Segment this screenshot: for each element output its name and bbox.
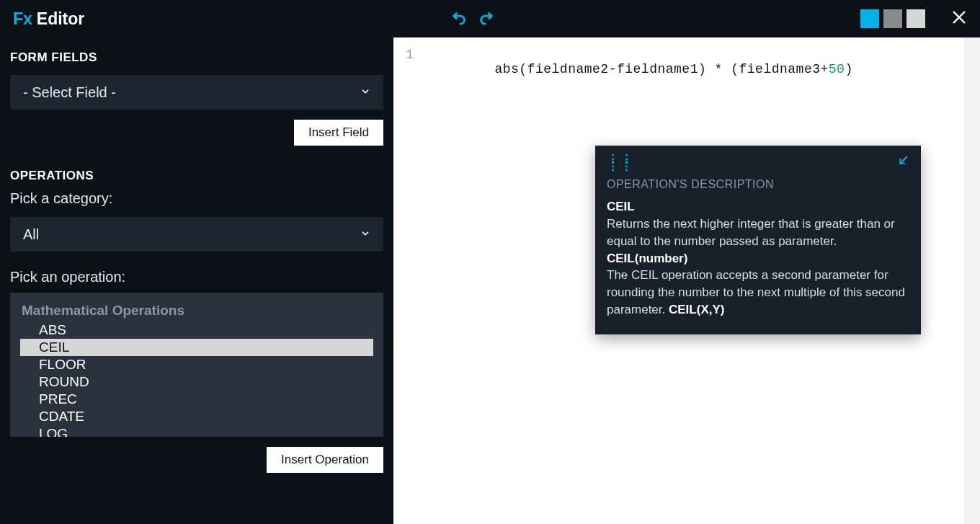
- app-title: Fx Editor: [13, 9, 84, 29]
- history-controls: [452, 9, 494, 28]
- undo-icon[interactable]: [452, 9, 468, 28]
- form-fields-label: FORM FIELDS: [10, 50, 383, 65]
- sidebar: FORM FIELDS - Select Field - Insert Fiel…: [0, 37, 393, 524]
- code-number: 50: [829, 62, 845, 76]
- body: FORM FIELDS - Select Field - Insert Fiel…: [0, 37, 980, 524]
- titlebar: Fx Editor: [0, 0, 980, 37]
- fx-logo: Fx: [13, 9, 32, 29]
- form-field-select-value: - Select Field -: [23, 84, 116, 101]
- form-field-select[interactable]: - Select Field -: [10, 75, 383, 110]
- line-number: 1: [393, 48, 414, 62]
- operations-label: OPERATIONS: [10, 169, 383, 183]
- code-text: abs(fieldname2-fieldname1) * (fieldname3…: [494, 62, 828, 76]
- insert-field-button[interactable]: Insert Field: [294, 120, 383, 146]
- title-text: Editor: [37, 9, 84, 29]
- operation-item[interactable]: CEIL: [20, 339, 373, 356]
- operation-description-panel[interactable]: ⋮⋮⋮⋮ OPERATION'S DESCRIPTION CEIL Return…: [595, 146, 921, 334]
- gutter: 1: [393, 37, 429, 524]
- theme-swatch-2[interactable]: [883, 9, 902, 28]
- operation-item[interactable]: FLOOR: [10, 356, 383, 373]
- svg-line-2: [900, 157, 906, 164]
- operation-item[interactable]: ABS: [10, 321, 383, 339]
- redo-icon[interactable]: [478, 9, 494, 28]
- operation-item[interactable]: LOG: [10, 425, 383, 437]
- insert-operation-button[interactable]: Insert Operation: [267, 447, 383, 473]
- operation-item[interactable]: PREC: [10, 391, 383, 408]
- operation-category-header: Mathematical Operations: [10, 300, 383, 321]
- editor-scrollbar[interactable]: [964, 37, 980, 524]
- pick-operation-label: Pick an operation:: [10, 269, 383, 285]
- code-editor[interactable]: 1 abs(fieldname2-fieldname1) * (fieldnam…: [393, 37, 980, 524]
- op-name: CEIL: [607, 200, 635, 213]
- chevron-down-icon: [360, 86, 370, 99]
- pick-category-label: Pick a category:: [10, 190, 383, 207]
- operation-item[interactable]: CDATE: [10, 408, 383, 425]
- description-header: OPERATION'S DESCRIPTION: [607, 177, 909, 192]
- op-text-2a: The CEIL operation accepts a second para…: [607, 268, 905, 316]
- description-body: CEIL Returns the next higher integer tha…: [607, 198, 909, 319]
- operation-list[interactable]: Mathematical Operations ABSCEILFLOORROUN…: [10, 293, 383, 437]
- app-root: Fx Editor FORM FIELDS - Select Field -: [0, 0, 980, 524]
- drag-handle-icon[interactable]: ⋮⋮⋮⋮: [607, 156, 634, 170]
- operation-item[interactable]: ROUND: [10, 373, 383, 391]
- theme-swatch-1[interactable]: [860, 9, 879, 28]
- op-signature: CEIL(number): [607, 252, 687, 265]
- theme-swatch-3[interactable]: [906, 9, 925, 28]
- op-text-1: Returns the next higher integer that is …: [607, 217, 895, 248]
- category-select-value: All: [23, 226, 39, 243]
- chevron-down-icon: [360, 228, 370, 241]
- collapse-icon[interactable]: [896, 154, 909, 172]
- titlebar-right: [860, 9, 967, 28]
- code-suffix: ): [845, 62, 852, 76]
- close-icon[interactable]: [951, 9, 967, 28]
- category-select[interactable]: All: [10, 217, 383, 252]
- code-line: abs(fieldname2-fieldname1) * (fieldname3…: [494, 62, 852, 76]
- op-signature-2: CEIL(X,Y): [669, 303, 724, 316]
